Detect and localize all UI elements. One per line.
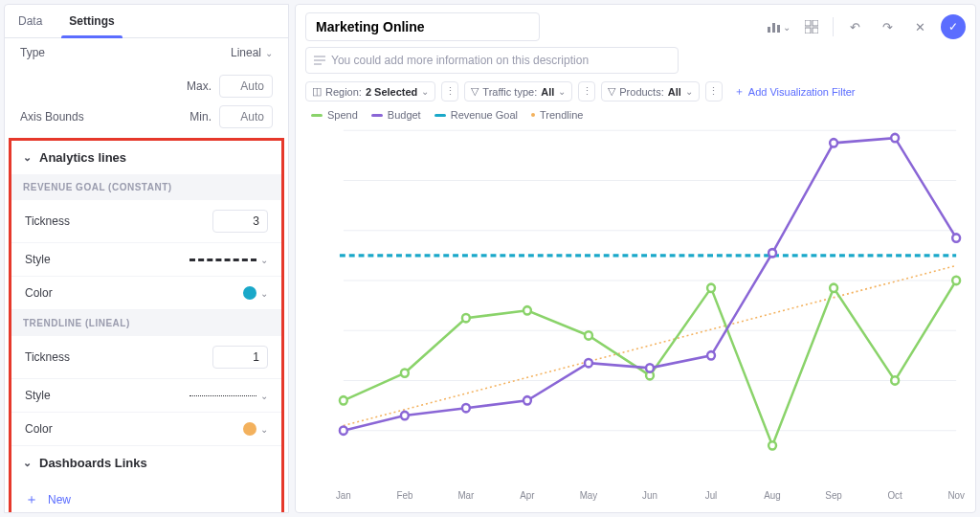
color-dropdown[interactable]: ⌄ <box>243 286 268 300</box>
svg-text:Feb: Feb <box>396 489 412 500</box>
svg-point-49 <box>340 427 347 435</box>
svg-point-44 <box>707 284 715 292</box>
description-row[interactable]: You could add more information on this d… <box>305 47 679 74</box>
legend-label: Spend <box>327 109 358 121</box>
filter-region-menu[interactable]: ⋮ <box>441 81 458 101</box>
svg-point-50 <box>401 412 409 419</box>
style-label: Style <box>25 389 51 402</box>
svg-text:May: May <box>580 489 598 500</box>
svg-point-47 <box>891 376 899 384</box>
thickness-label: Tickness <box>25 214 70 228</box>
filter-products-menu[interactable]: ⋮ <box>705 81 723 101</box>
svg-text:Oct: Oct <box>887 489 902 500</box>
divider <box>833 17 834 36</box>
svg-point-52 <box>523 396 531 404</box>
color-dropdown[interactable]: ⌄ <box>243 422 268 436</box>
plus-icon: ＋ <box>25 491 38 508</box>
color-label: Color <box>25 422 53 436</box>
legend-spend: Spend <box>311 109 358 121</box>
analytics-lines-header[interactable]: ⌄ Analytics lines <box>11 141 281 174</box>
svg-point-53 <box>585 359 592 367</box>
axis-max-input[interactable]: Auto <box>219 75 273 98</box>
chart-title-input[interactable] <box>305 12 540 41</box>
funnel-icon: ▽ <box>471 85 479 98</box>
svg-point-54 <box>646 364 654 371</box>
type-dropdown[interactable]: Lineal ⌄ <box>231 46 273 59</box>
thickness-input[interactable]: 3 <box>212 210 268 233</box>
svg-point-40 <box>462 314 470 322</box>
filter-icon: ◫ <box>312 85 322 98</box>
panel-tabs: Data Settings <box>5 5 288 38</box>
line-chart: 20406080100120140JanFebMarAprMayJunJulAu… <box>334 124 966 505</box>
chevron-down-icon: ⌄ <box>23 151 32 164</box>
add-new-button[interactable]: ＋ New <box>11 480 281 512</box>
svg-rect-2 <box>777 25 780 33</box>
chevron-down-icon: ⌄ <box>260 288 268 299</box>
svg-point-48 <box>952 277 960 284</box>
confirm-button[interactable]: ✓ <box>941 14 966 39</box>
legend-swatch <box>434 114 446 117</box>
axis-max-label: Max. <box>187 79 212 93</box>
legend-trendline: Trendline <box>531 109 583 121</box>
description-placeholder: You could add more information on this d… <box>331 54 589 67</box>
axis-min-input[interactable]: Auto <box>219 105 273 128</box>
visualization-panel: ⌄ ↶ ↷ ✕ ✓ You could add more information… <box>295 4 976 513</box>
color-row: Color⌄ <box>11 413 281 446</box>
style-row: Style⌄ <box>11 243 281 277</box>
analytics-highlight: ⌄ Analytics lines REVENUE GOAL (CONSTANT… <box>9 138 284 512</box>
filter-traffic-menu[interactable]: ⋮ <box>578 81 595 101</box>
svg-point-38 <box>340 396 347 404</box>
svg-point-59 <box>952 234 960 241</box>
legend-swatch <box>531 113 535 117</box>
style-dropdown[interactable]: ⌄ <box>189 254 268 265</box>
settings-scroll: Type Lineal ⌄ Max. Auto Axis Bounds Min.… <box>5 38 288 512</box>
layout-grid-icon[interactable] <box>800 15 823 38</box>
dashboards-links-header[interactable]: ⌄ Dashboards Links <box>11 446 281 480</box>
thickness-input[interactable]: 1 <box>212 346 268 369</box>
add-filter-button[interactable]: ＋ Add Visualization Filter <box>734 84 856 99</box>
filter-traffic-label: Traffic type: <box>482 86 537 98</box>
svg-text:Apr: Apr <box>520 489 535 500</box>
svg-point-46 <box>830 284 837 292</box>
chevron-down-icon: ⌄ <box>23 457 32 469</box>
redo-icon[interactable]: ↷ <box>876 15 899 38</box>
analytics-group-title: REVENUE GOAL (CONSTANT) <box>11 174 281 200</box>
svg-text:Jan: Jan <box>336 489 351 500</box>
filter-region-label: Region: <box>325 86 362 98</box>
chevron-down-icon: ⌄ <box>260 255 268 265</box>
type-value: Lineal <box>231 46 261 59</box>
legend-swatch <box>311 114 323 117</box>
thickness-row: Tickness1 <box>11 336 281 379</box>
axis-bounds-row: Axis Bounds Min. Auto <box>5 105 288 136</box>
close-icon[interactable]: ✕ <box>908 15 931 38</box>
svg-point-41 <box>523 306 531 314</box>
style-label: Style <box>25 253 51 266</box>
chart-type-dropdown[interactable]: ⌄ <box>768 15 791 38</box>
axis-max-row: Max. Auto <box>5 67 288 105</box>
tab-data[interactable]: Data <box>5 5 56 37</box>
filter-traffic[interactable]: ▽ Traffic type: All ⌄ <box>464 81 572 101</box>
style-dropdown[interactable]: ⌄ <box>189 390 268 401</box>
filter-products[interactable]: ▽ Products: All ⌄ <box>601 81 700 101</box>
filter-products-label: Products: <box>619 86 663 98</box>
svg-rect-6 <box>813 28 818 34</box>
svg-point-58 <box>891 134 899 142</box>
dashboards-links-title: Dashboards Links <box>39 456 147 470</box>
tab-settings[interactable]: Settings <box>56 5 127 37</box>
svg-point-42 <box>585 331 592 339</box>
svg-text:Mar: Mar <box>457 489 475 500</box>
undo-icon[interactable]: ↶ <box>843 15 866 38</box>
thickness-label: Tickness <box>25 350 70 364</box>
svg-point-51 <box>462 404 470 412</box>
chevron-down-icon: ⌄ <box>421 86 429 97</box>
chevron-down-icon: ⌄ <box>260 391 268 401</box>
top-bar: ⌄ ↶ ↷ ✕ ✓ <box>305 12 966 41</box>
legend-budget: Budget <box>371 109 421 121</box>
svg-point-55 <box>707 351 715 359</box>
chevron-down-icon: ⌄ <box>558 86 566 97</box>
svg-text:Sep: Sep <box>825 489 842 500</box>
filter-region[interactable]: ◫ Region: 2 Selected ⌄ <box>305 81 435 101</box>
svg-rect-4 <box>813 20 818 26</box>
chevron-down-icon: ⌄ <box>260 424 268 435</box>
svg-text:Nov: Nov <box>947 489 965 500</box>
